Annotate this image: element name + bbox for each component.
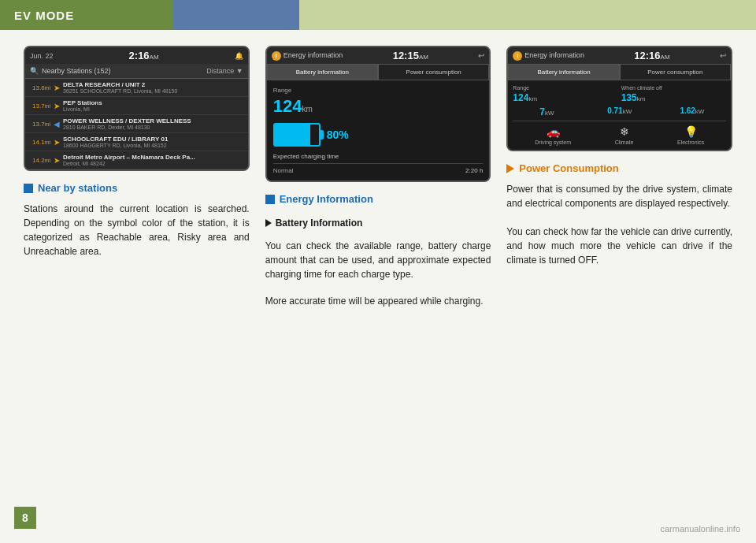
section-icon: [265, 195, 275, 204]
section-title-power: Power Consumption: [506, 162, 732, 174]
ns-list-item: 13.6mi ➤ DELTA RESEARCH / UNIT 2 36251 S…: [25, 79, 248, 97]
nearby-body-text: Stations around the current location is …: [24, 202, 250, 258]
pc-power-row: 7kW 0.71kW 1.62kW: [513, 106, 726, 117]
pc-climate-val: 0.71kW: [586, 106, 654, 115]
col-nearby-stations: Jun. 22 2:16AM 🔔 🔍 Nearby Stations (152)…: [24, 46, 250, 308]
pc-info-icon: iEnergy information: [513, 51, 584, 61]
col-power-consumption: iEnergy information 12:16AM ↩ Battery in…: [506, 46, 732, 308]
ns-search-icon: 🔍: [30, 67, 39, 75]
ns-dist-3: 13.7mi: [28, 121, 50, 128]
section-title-energy: Energy Information: [265, 193, 491, 205]
pc-range-label: Range: [513, 85, 617, 91]
ei-time: 12:15AM: [393, 50, 428, 61]
pc-time: 12:16AM: [634, 50, 669, 61]
pc-climate-icon-item: ❄ Climate: [615, 125, 634, 145]
section-icon: [24, 184, 33, 193]
tab-battery-info[interactable]: Battery information: [267, 64, 378, 80]
ns-bell-icon: 🔔: [235, 52, 243, 60]
pc-electronics-val: 1.62kW: [658, 106, 726, 115]
sub-title-arrow: [265, 219, 272, 227]
pc-icons-row: 🚗 Driving system ❄ Climate 💡 Electronics: [513, 121, 726, 145]
page-title: EV MODE: [14, 9, 74, 22]
header-blue-accent: [173, 0, 299, 30]
pc-climate-off-value: 135km: [621, 92, 726, 103]
battery-icon: [273, 123, 321, 147]
ns-sort-label: Distance ▼: [206, 67, 243, 75]
pc-climate-off-label: When climate off: [621, 85, 726, 91]
section-label: Power Consumption: [519, 162, 618, 174]
ns-arrow-5: ➤: [54, 156, 60, 165]
ns-dist-4: 14.1mi: [28, 139, 50, 146]
ns-list-item: 13.7mi ◀ POWER WELLNESS / DEXTER WELLNES…: [25, 115, 248, 133]
ns-dist-5: 14.2mi: [28, 157, 50, 164]
pc-back-icon: ↩: [720, 51, 726, 60]
header-bar: EV MODE: [0, 0, 756, 30]
climate-icon: ❄: [620, 125, 629, 138]
pc-driving-power: 7kW: [513, 106, 580, 117]
electronics-icon: 💡: [684, 125, 698, 138]
pc-driving-icon-item: 🚗 Driving system: [535, 125, 571, 145]
pc-tab-battery[interactable]: Battery information: [508, 64, 619, 80]
nearby-stations-screen: Jun. 22 2:16AM 🔔 🔍 Nearby Stations (152)…: [24, 46, 250, 171]
page-number: 8: [14, 507, 36, 529]
energy-info-screen: iEnergy information 12:15AM ↩ Battery in…: [265, 46, 491, 182]
power-body-text2: You can check how far the vehicle can dr…: [506, 225, 732, 267]
ns-arrow-3: ◀: [54, 120, 60, 128]
ns-info-4: SCHOOLCRAFT EDU / LIBRARY 01 18600 HAGGE…: [63, 136, 245, 148]
ns-header: Jun. 22 2:16AM 🔔: [25, 47, 248, 64]
ei-range-label: Range: [273, 87, 484, 94]
section-label: Near by stations: [38, 182, 117, 194]
pc-header: iEnergy information 12:16AM ↩: [508, 47, 731, 64]
ei-back-icon: ↩: [478, 51, 484, 60]
pc-range-row: Range 124km When climate off 135km: [513, 85, 726, 103]
ns-date: Jun. 22: [30, 52, 54, 60]
ns-arrow-1: ➤: [54, 84, 60, 92]
ns-time: 2:16AM: [129, 50, 159, 61]
driving-icon: 🚗: [547, 125, 560, 138]
section-label: Energy Information: [280, 193, 373, 205]
pc-tab-power[interactable]: Power consumption: [620, 64, 731, 80]
ns-list-item: 13.7mi ➤ PEP Stations Livonia, MI: [25, 97, 248, 115]
ei-info-icon: iEnergy information: [272, 51, 343, 61]
charge-info: 80%: [327, 128, 349, 141]
ns-info-1: DELTA RESEARCH / UNIT 2 36251 SCHOOLCRAF…: [63, 81, 245, 94]
sub-title-label: Battery Information: [276, 218, 363, 229]
ei-tabs: Battery information Power consumption: [267, 64, 490, 80]
tab-power-consumption[interactable]: Power consumption: [378, 64, 489, 80]
pc-electronics-icon-item: 💡 Electronics: [677, 125, 704, 145]
sub-title-battery: Battery Information: [265, 218, 491, 229]
charge-type-normal: Normal: [273, 167, 294, 174]
battery-info-body2: More accurate time will be appeared whil…: [265, 294, 491, 308]
climate-label: Climate: [615, 139, 634, 145]
battery-info-body: You can check the available range, batte…: [265, 239, 491, 281]
watermark: carmanualonline.info: [660, 524, 740, 534]
charge-times: Normal 2:20 h: [273, 163, 484, 174]
pc-body: Range 124km When climate off 135km: [508, 80, 731, 150]
driving-label: Driving system: [535, 139, 571, 145]
power-body-text1: Power that is consumed by the drive syst…: [506, 182, 732, 210]
power-consumption-screen: iEnergy information 12:16AM ↩ Battery in…: [506, 46, 732, 151]
pc-climate-power: 0.71kW: [586, 106, 654, 117]
ns-info-3: POWER WELLNESS / DEXTER WELLNESS 2810 BA…: [63, 117, 245, 130]
ns-arrow-2: ➤: [54, 102, 60, 110]
ns-search-bar: 🔍 Nearby Stations (152) Distance ▼: [25, 64, 248, 79]
header-light-accent: [299, 0, 756, 30]
ns-info-2: PEP Stations Livonia, MI: [63, 99, 245, 112]
page-content: Jun. 22 2:16AM 🔔 🔍 Nearby Stations (152)…: [0, 30, 756, 324]
pc-driving-val: 7kW: [513, 106, 580, 117]
ns-dist-1: 13.6mi: [28, 84, 50, 91]
ei-body: Range 124km 80% Expected charging time N…: [267, 80, 490, 180]
pc-tabs: Battery information Power consumption: [508, 64, 731, 80]
ei-header: iEnergy information 12:15AM ↩: [267, 47, 490, 64]
charge-pct: 80%: [327, 128, 349, 141]
ns-dist-2: 13.7mi: [28, 102, 50, 110]
ns-list-item: 14.2mi ➤ Detroit Metro Airport – McNamar…: [25, 151, 248, 169]
col-energy-info: iEnergy information 12:15AM ↩ Battery in…: [265, 46, 491, 308]
header-title-area: EV MODE: [0, 0, 173, 30]
charge-time-label: Expected charging time: [273, 153, 484, 160]
electronics-label: Electronics: [677, 139, 704, 145]
ns-arrow-4: ➤: [54, 138, 60, 147]
pc-range-value: 124km: [513, 92, 617, 103]
ns-search-label: Nearby Stations (152): [42, 67, 206, 75]
ns-info-5: Detroit Metro Airport – McNamara Deck Pa…: [63, 154, 245, 166]
